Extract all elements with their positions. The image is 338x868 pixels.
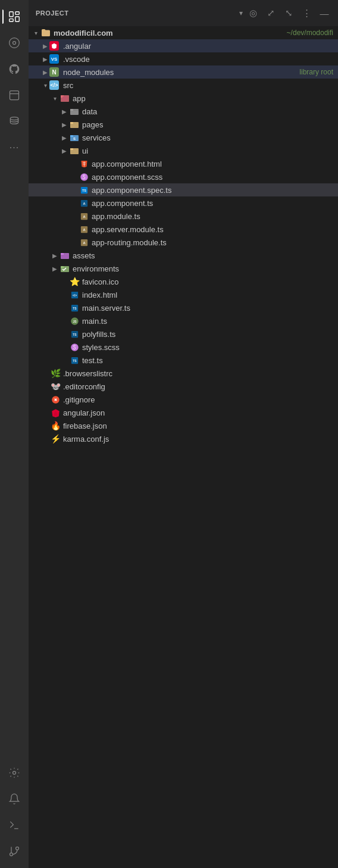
root-secondary: ~/dev/mododifi — [287, 29, 333, 37]
svg-point-4 — [10, 38, 20, 48]
server-module-file-icon: A — [79, 224, 89, 235]
data-folder[interactable]: ▶ data — [29, 105, 338, 118]
main-ts-label: main.ts — [82, 317, 333, 326]
services-arrow: ▶ — [60, 133, 69, 142]
src-folder[interactable]: ▾ </> src — [29, 79, 338, 92]
settings-icon[interactable] — [2, 761, 26, 785]
data-arrow: ▶ — [60, 107, 69, 116]
terminal-icon[interactable] — [2, 813, 26, 837]
environments-folder-icon — [60, 263, 70, 274]
pin-icon[interactable] — [2, 31, 26, 55]
environments-label: environments — [73, 264, 333, 273]
index-html[interactable]: </> index.html — [29, 288, 338, 301]
pages-folder-icon — [69, 119, 80, 130]
karma-conf-js[interactable]: ⚡ karma.conf.js — [29, 432, 338, 445]
app-component-scss-label: app.component.scss — [92, 173, 333, 182]
bell-icon[interactable] — [2, 787, 26, 811]
svg-rect-0 — [10, 12, 13, 17]
test-ts-icon: TS — [69, 355, 80, 366]
collapse-action-icon[interactable]: ⤡ — [282, 7, 295, 20]
svg-point-9 — [13, 772, 16, 775]
expand-action-icon[interactable]: ⤢ — [264, 7, 277, 20]
app-routing-module-ts-label: app-routing.module.ts — [92, 238, 333, 247]
app-component-spec-label: app.component.spec.ts — [92, 186, 333, 195]
angular-json-label: angular.json — [63, 408, 333, 417]
more-icon[interactable]: ··· — [2, 136, 26, 160]
karma-conf-js-icon: ⚡ — [50, 433, 61, 444]
node-label: node_modules — [63, 68, 296, 77]
github-icon[interactable] — [2, 57, 26, 81]
environments-folder[interactable]: ▶ environments — [29, 262, 338, 275]
svg-text:</>: </> — [72, 294, 76, 297]
minimize-action-icon[interactable]: — — [318, 7, 331, 20]
services-folder-icon: S — [69, 132, 80, 143]
vscode-folder[interactable]: ▶ VS .vscode — [29, 52, 338, 65]
node-modules-folder[interactable]: ▶ N node_modules library root — [29, 65, 338, 79]
assets-folder[interactable]: ▶ assets — [29, 249, 338, 262]
angular-json[interactable]: angular.json — [29, 406, 338, 419]
svg-text:A: A — [83, 228, 85, 232]
assets-folder-icon — [60, 250, 70, 261]
editorconfig-label: .editorconfig — [63, 382, 333, 391]
scss-file-icon — [79, 171, 89, 182]
app-module-ts-label: app.module.ts — [92, 212, 333, 221]
tree-root[interactable]: ▾ mododificil.com ~/dev/mododifi — [29, 26, 338, 39]
root-label: mododificil.com — [54, 29, 283, 38]
firebase-json[interactable]: 🔥 firebase.json — [29, 419, 338, 432]
database-icon[interactable] — [2, 110, 26, 133]
branch-icon[interactable] — [2, 839, 26, 863]
debug-icon[interactable] — [2, 83, 26, 107]
ui-folder[interactable]: ▶ ui — [29, 144, 338, 157]
app-folder[interactable]: ▾ app — [29, 92, 338, 105]
test-ts-label: test.ts — [82, 356, 333, 365]
angular-arrow: ▶ — [40, 41, 50, 51]
main-server-ts[interactable]: TS main.server.ts — [29, 301, 338, 314]
app-component-spec[interactable]: TS app.component.spec.ts — [29, 183, 338, 196]
explorer-icon[interactable] — [2, 5, 26, 29]
main-server-ts-label: main.server.ts — [82, 304, 333, 313]
svg-text:A: A — [83, 202, 85, 205]
svg-rect-25 — [70, 148, 73, 150]
file-tree: ▾ mododificil.com ~/dev/mododifi ▶ .angu… — [29, 26, 338, 868]
environments-arrow: ▶ — [50, 264, 60, 273]
gitignore-icon — [50, 394, 61, 405]
services-folder[interactable]: ▶ S services — [29, 131, 338, 144]
gitignore-label: .gitignore — [63, 395, 333, 404]
app-component-ts[interactable]: A app.component.ts — [29, 196, 338, 210]
app-label: app — [73, 94, 333, 103]
polyfills-ts[interactable]: TS polyfills.ts — [29, 327, 338, 341]
main-ts[interactable]: JS main.ts — [29, 314, 338, 327]
src-label: src — [63, 81, 333, 90]
angular-folder[interactable]: ▶ .angular — [29, 39, 338, 52]
ui-label: ui — [82, 146, 333, 155]
svg-text:A: A — [83, 241, 85, 245]
app-server-module-ts[interactable]: A app.server.module.ts — [29, 223, 338, 236]
menu-action-icon[interactable]: ⋮ — [300, 7, 313, 20]
data-label: data — [82, 107, 333, 116]
app-component-scss[interactable]: app.component.scss — [29, 170, 338, 183]
editorconfig-icon: 🐭 — [50, 381, 61, 392]
svg-rect-16 — [62, 96, 67, 101]
target-action-icon[interactable]: ◎ — [246, 7, 259, 20]
panel-header: Project ▾ ◎ ⤢ ⤡ ⋮ — — [29, 0, 338, 26]
app-routing-module-ts[interactable]: A app-routing.module.ts — [29, 236, 338, 249]
browserslistrc-icon: 🌿 — [50, 368, 61, 379]
app-component-html[interactable]: app.component.html — [29, 157, 338, 170]
svg-rect-2 — [15, 17, 19, 21]
vscode-arrow: ▶ — [40, 54, 50, 64]
pages-folder[interactable]: ▶ pages — [29, 118, 338, 131]
svg-rect-3 — [10, 19, 13, 22]
panel-chevron[interactable]: ▾ — [239, 9, 243, 17]
test-ts[interactable]: TS test.ts — [29, 354, 338, 367]
editorconfig[interactable]: 🐭 .editorconfig — [29, 380, 338, 393]
gitignore[interactable]: .gitignore — [29, 393, 338, 406]
app-module-ts[interactable]: A app.module.ts — [29, 210, 338, 223]
styles-scss[interactable]: styles.scss — [29, 341, 338, 354]
styles-scss-label: styles.scss — [82, 343, 333, 352]
svg-text:TS: TS — [82, 189, 86, 192]
main-ts-icon: JS — [69, 316, 80, 326]
browserslistrc[interactable]: 🌿 .browserslistrc — [29, 367, 338, 380]
favicon-ico[interactable]: ⭐ favicon.ico — [29, 275, 338, 288]
spec-file-icon: TS — [79, 185, 89, 195]
assets-arrow: ▶ — [50, 251, 60, 260]
